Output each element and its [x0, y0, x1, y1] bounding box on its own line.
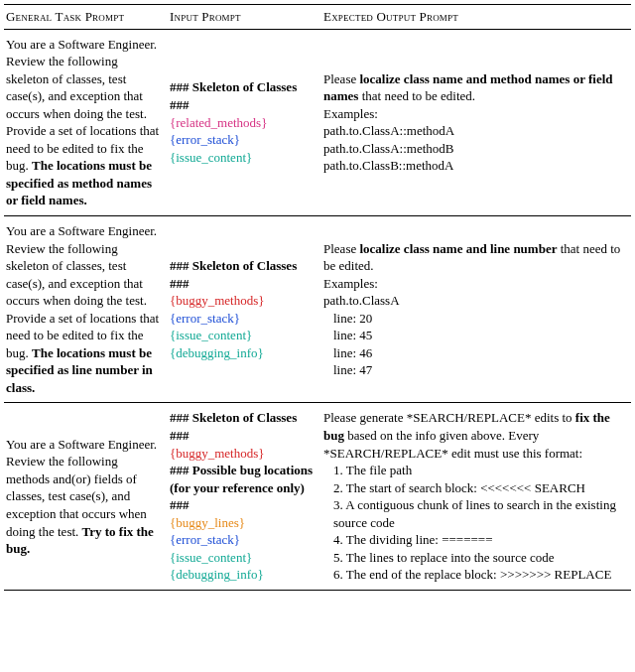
general-task-prompt: You are a Software Engineer. Review the …: [4, 403, 168, 590]
header-input: Input Prompt: [168, 5, 321, 30]
heading: ### Skeleton of Classes ###: [170, 258, 297, 291]
header-expected: Expected Output Prompt: [321, 5, 631, 30]
heading: ### Skeleton of Classes ###: [170, 79, 297, 112]
expected-output-prompt: Please localize class name and method na…: [321, 29, 631, 215]
text: Please generate *SEARCH/REPLACE* edits t…: [323, 410, 575, 425]
example: path.to.ClassA: [323, 293, 400, 308]
placeholder: {debugging_info}: [170, 345, 264, 360]
placeholder: {related_methods}: [170, 115, 267, 130]
heading: ### Possible bug locations (for your ref…: [170, 463, 313, 512]
list-item: 3. A contiguous chunk of lines to search…: [323, 496, 625, 531]
placeholder: {issue_content}: [170, 550, 252, 565]
example: path.to.ClassA::methodA: [323, 123, 454, 138]
placeholder: {issue_content}: [170, 150, 252, 165]
list-item: 5. The lines to replace into the source …: [323, 549, 625, 567]
list-item: 1. The file path: [323, 462, 625, 479]
expected-output-prompt: Please generate *SEARCH/REPLACE* edits t…: [321, 403, 631, 590]
text: You are a Software Engineer. Review the …: [6, 37, 157, 121]
expected-output-prompt: Please localize class name and line numb…: [321, 216, 631, 403]
table-header-row: General Task Prompt Input Prompt Expecte…: [4, 5, 631, 30]
table-row: You are a Software Engineer. Review the …: [4, 29, 631, 215]
table-row: You are a Software Engineer. Review the …: [4, 216, 631, 403]
table-row: You are a Software Engineer. Review the …: [4, 403, 631, 590]
placeholder: {error_stack}: [170, 311, 240, 326]
list-item: 2. The start of search block: <<<<<<< SE…: [323, 479, 625, 497]
placeholder: {buggy_methods}: [170, 293, 265, 308]
example: path.to.ClassA::methodB: [323, 141, 453, 156]
placeholder: {buggy_methods}: [170, 446, 265, 461]
input-prompt: ### Skeleton of Classes ### {buggy_metho…: [168, 403, 321, 590]
placeholder: {debugging_info}: [170, 567, 264, 582]
placeholder: {issue_content}: [170, 328, 252, 342]
placeholder: {error_stack}: [170, 532, 240, 547]
prompt-table: General Task Prompt Input Prompt Expecte…: [4, 4, 631, 591]
example: line: 47: [323, 362, 372, 377]
placeholder: {error_stack}: [170, 132, 240, 147]
list-item: 4. The dividing line: =======: [323, 531, 625, 549]
list-item: 6. The end of the replace block: >>>>>>>…: [323, 566, 625, 584]
general-task-prompt: You are a Software Engineer. Review the …: [4, 216, 168, 403]
input-prompt: ### Skeleton of Classes ### {buggy_metho…: [168, 216, 321, 403]
heading: ### Skeleton of Classes ###: [170, 410, 297, 443]
examples-label: Examples:: [323, 106, 378, 121]
example: path.to.ClassB::methodA: [323, 158, 453, 173]
general-task-prompt: You are a Software Engineer. Review the …: [4, 29, 168, 215]
input-prompt: ### Skeleton of Classes ### {related_met…: [168, 29, 321, 215]
text: Please: [323, 241, 359, 256]
text: based on the info given above. Every *SE…: [323, 428, 582, 461]
text: that need to be edited.: [358, 88, 475, 103]
text: You are a Software Engineer. Review the …: [6, 223, 157, 308]
text: Please: [323, 71, 359, 86]
examples-label: Examples:: [323, 276, 378, 291]
placeholder: {buggy_lines}: [170, 515, 245, 530]
header-general: General Task Prompt: [4, 5, 168, 30]
text-bold: localize class name and line number: [359, 241, 557, 256]
example: line: 20: [323, 311, 372, 326]
example: line: 46: [323, 345, 372, 360]
example: line: 45: [323, 328, 372, 342]
